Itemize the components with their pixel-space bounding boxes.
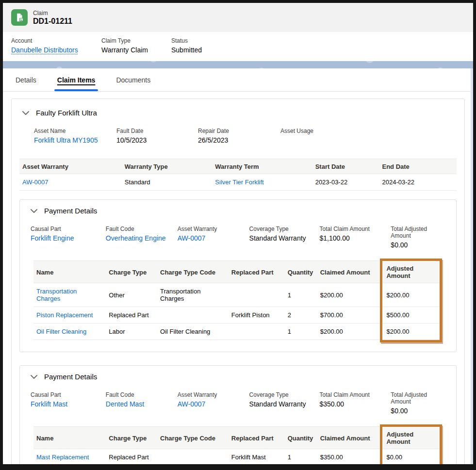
col-start-date: Start Date [312, 159, 379, 174]
claim-item-link[interactable]: Transportation Charges [36, 288, 77, 302]
record-header: Claim DD1-01211 [3, 3, 473, 32]
field-asset-usage: Asset Usage [280, 128, 313, 144]
asset-warranty-table-wrap: Asset Warranty Warranty Type Warranty Te… [19, 159, 457, 191]
tab-documents[interactable]: Documents [116, 76, 150, 91]
col-warranty-type: Warranty Type [122, 159, 213, 174]
asset-warranty-link[interactable]: AW-0007 [22, 178, 48, 186]
claim-item-section-header: Faulty Forklift Ultra [19, 109, 457, 117]
field-total-claim-amount: Total Claim Amount $1,100.00 [319, 226, 391, 249]
object-label: Claim [33, 10, 72, 16]
claim-items-tab-panel: Faulty Forklift Ultra Asset Name Forklif… [3, 92, 473, 470]
asset-warranty-link[interactable]: AW-0007 [178, 234, 249, 242]
table-row: Oil Filter Cleaning Labor Oil Filter Cle… [33, 324, 441, 340]
claim-item-link[interactable]: Oil Filter Cleaning [36, 328, 86, 335]
field-fault-code: Fault Code Overheating Engine [106, 226, 178, 249]
table-row: Transportation Charges Other Transportat… [33, 283, 441, 307]
status-value: Submitted [171, 46, 202, 54]
table-row: Mast Replacement Replaced Part Forklift … [33, 449, 441, 466]
field-causal-part: Causal Part Forklift Mast [31, 391, 106, 415]
field-fault-code: Fault Code Dented Mast [106, 391, 178, 415]
field-total-adjusted-amount: Total Adjusted Amount $0.00 [391, 391, 448, 415]
collapse-chevron-icon[interactable] [30, 374, 38, 380]
claim-item-title: Faulty Forklift Ultra [36, 109, 97, 117]
warranty-term-link[interactable]: Silver Tier Forklift [215, 178, 263, 186]
claim-document-icon [14, 12, 25, 23]
payment-items-table-wrap: Name Charge Type Charge Type Code Replac… [33, 260, 441, 340]
col-end-date: End Date [379, 159, 457, 174]
table-header-row: Name Charge Type Charge Type Code Replac… [33, 261, 441, 283]
collapse-chevron-icon[interactable] [21, 110, 30, 116]
account-link[interactable]: Danubelle Distributors [11, 46, 101, 54]
payment-section-header: Payment Details [28, 207, 448, 215]
claim-item-link[interactable]: Mast Replacement [36, 454, 89, 461]
field-claim-type: Claim Type Warranty Claim [101, 37, 171, 55]
asset-warranty-table: Asset Warranty Warranty Type Warranty Te… [19, 159, 457, 191]
payment-fields: Causal Part Forklift Engine Fault Code O… [28, 215, 448, 257]
highlights-panel: Account Danubelle Distributors Claim Typ… [3, 32, 473, 61]
payment-details-section-1: Payment Details Causal Part Forklift Eng… [19, 199, 457, 352]
field-asset-warranty: Asset Warranty AW-0007 [178, 226, 249, 249]
claim-record-page: Claim DD1-01211 Account Danubelle Distri… [0, 0, 476, 470]
col-asset-warranty: Asset Warranty [19, 159, 122, 174]
table-header-row: Name Charge Type Charge Type Code Replac… [33, 427, 441, 449]
payment-fields: Causal Part Forklift Mast Fault Code Den… [28, 381, 448, 422]
field-repair-date: Repair Date 26/5/2023 [198, 128, 280, 144]
payment-section-title: Payment Details [44, 373, 97, 381]
account-label: Account [11, 37, 101, 44]
field-asset-warranty: Asset Warranty AW-0007 [178, 391, 249, 415]
payment-section-header: Payment Details [28, 373, 448, 381]
table-row: AW-0007 Standard Silver Tier Forklift 20… [19, 174, 457, 191]
field-fault-date: Fault Date 10/5/2023 [116, 128, 198, 144]
field-coverage-type: Coverage Type Standard Warranty [249, 226, 320, 249]
field-account: Account Danubelle Distributors [11, 37, 101, 55]
claim-item-fields: Asset Name Forklift Ultra MY1905 Fault D… [19, 117, 457, 152]
tab-details[interactable]: Details [16, 76, 36, 91]
tab-claim-items[interactable]: Claim Items [57, 76, 96, 91]
col-warranty-term: Warranty Term [212, 159, 312, 174]
asset-warranty-link[interactable]: AW-0007 [178, 400, 249, 408]
claim-type-value: Warranty Claim [101, 46, 171, 54]
field-total-adjusted-amount: Total Adjusted Amount $0.00 [391, 226, 448, 249]
payment-section-title: Payment Details [44, 207, 97, 215]
fault-code-link[interactable]: Dented Mast [106, 400, 178, 408]
collapse-chevron-icon[interactable] [30, 208, 38, 214]
brand-pattern-band [3, 61, 473, 68]
causal-part-link[interactable]: Forklift Mast [31, 400, 106, 408]
claim-type-label: Claim Type [101, 37, 171, 44]
payment-items-table: Name Charge Type Charge Type Code Replac… [33, 426, 441, 466]
field-coverage-type: Coverage Type Standard Warranty [249, 391, 320, 415]
causal-part-link[interactable]: Forklift Engine [31, 234, 106, 242]
record-name: DD1-01211 [33, 17, 72, 26]
scrollbar-track[interactable] [471, 68, 473, 464]
field-asset-name: Asset Name Forklift Ultra MY1905 [34, 128, 116, 144]
claim-object-icon [11, 9, 28, 26]
table-row: Piston Replacement Replaced Part Forklif… [33, 307, 441, 324]
field-status: Status Submitted [171, 37, 202, 55]
payment-items-table-wrap: Name Charge Type Charge Type Code Replac… [33, 426, 441, 466]
asset-name-link[interactable]: Forklift Ultra MY1905 [34, 136, 116, 144]
claim-item-card: Faulty Forklift Ultra Asset Name Forklif… [11, 98, 465, 470]
record-tabs: Details Claim Items Documents [3, 68, 473, 92]
payment-items-table: Name Charge Type Charge Type Code Replac… [33, 260, 441, 340]
table-header-row: Asset Warranty Warranty Type Warranty Te… [19, 159, 457, 174]
field-total-claim-amount: Total Claim Amount $350.00 [319, 391, 391, 415]
claim-item-link[interactable]: Piston Replacement [36, 311, 93, 319]
field-causal-part: Causal Part Forklift Engine [31, 226, 106, 249]
payment-details-section-2: Payment Details Causal Part Forklift Mas… [19, 365, 457, 470]
fault-code-link[interactable]: Overheating Engine [106, 234, 178, 242]
status-label: Status [171, 37, 202, 44]
